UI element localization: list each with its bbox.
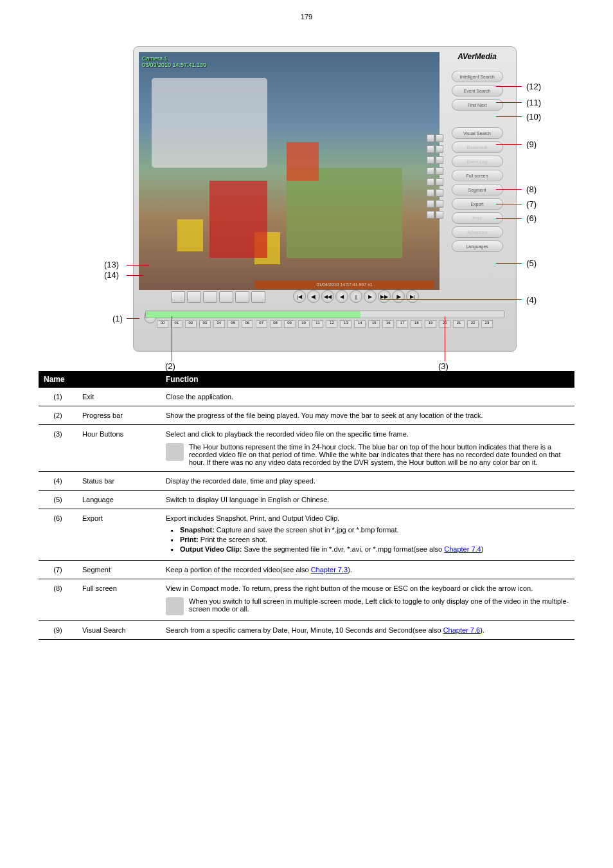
hour-button[interactable]: 06 bbox=[242, 320, 253, 328]
row-function: Search from a specific camera by Date, H… bbox=[161, 621, 574, 640]
row-function: Show the progress of the file being play… bbox=[161, 406, 574, 425]
segment-button[interactable]: Segment bbox=[452, 184, 503, 195]
callout-3: (3) bbox=[438, 361, 449, 371]
split-13-icon[interactable] bbox=[251, 291, 265, 303]
hour-button[interactable]: 07 bbox=[256, 320, 267, 328]
intelligent-search-button[interactable]: Intelligent Search bbox=[452, 71, 503, 82]
row-name: Visual Search bbox=[77, 621, 161, 640]
prev-frame-button[interactable]: ◀| bbox=[307, 290, 320, 303]
row-function: Close the application. bbox=[161, 388, 574, 406]
hour-button[interactable]: 18 bbox=[411, 320, 422, 328]
hour-button[interactable]: 01 bbox=[171, 320, 182, 328]
hour-button[interactable]: 08 bbox=[270, 320, 281, 328]
split-16-icon[interactable] bbox=[219, 291, 233, 303]
row-function: Switch to display UI language in English… bbox=[161, 491, 574, 509]
hour-button[interactable]: 09 bbox=[284, 320, 296, 328]
visual-search-button[interactable]: Visual Search bbox=[452, 127, 503, 139]
callout-4: (4) bbox=[526, 295, 537, 305]
note-icon bbox=[166, 597, 184, 615]
hour-button[interactable]: 00 bbox=[157, 320, 168, 328]
camera-button[interactable] bbox=[427, 156, 434, 164]
hour-button[interactable]: 17 bbox=[396, 320, 408, 328]
full-screen-button[interactable]: Full screen bbox=[452, 170, 503, 181]
camera-button[interactable] bbox=[436, 200, 443, 208]
hour-button[interactable]: 12 bbox=[326, 320, 337, 328]
pause-button[interactable]: || bbox=[350, 290, 362, 303]
callout-8: (8) bbox=[526, 185, 537, 194]
hour-button[interactable]: 23 bbox=[481, 320, 493, 328]
hour-button[interactable]: 10 bbox=[298, 320, 310, 328]
camera-button[interactable] bbox=[436, 167, 443, 175]
camera-grid bbox=[426, 134, 444, 221]
hour-button[interactable]: 16 bbox=[382, 320, 394, 328]
camera-button[interactable] bbox=[427, 167, 434, 175]
hour-button[interactable]: 04 bbox=[213, 320, 225, 328]
bookmark-button[interactable]: Bookmark bbox=[452, 141, 503, 153]
hour-button[interactable]: 03 bbox=[199, 320, 211, 328]
camera-button[interactable] bbox=[427, 189, 434, 197]
chapter-link[interactable]: Chapter 7.6 bbox=[443, 626, 480, 634]
first-frame-button[interactable]: |◀ bbox=[293, 290, 306, 303]
dvr-window: Camera 1 03/09/2010 14:57:41.139 AVerMed… bbox=[133, 46, 517, 352]
advanced-button[interactable]: Advanced bbox=[452, 226, 503, 238]
camera-button[interactable] bbox=[436, 145, 443, 153]
row-function: Export includes Snapshot, Print, and Out… bbox=[161, 509, 574, 561]
callout-1: (1) bbox=[112, 314, 123, 323]
camera-button[interactable] bbox=[436, 178, 443, 186]
camera-button[interactable] bbox=[427, 145, 434, 153]
hour-button[interactable]: 05 bbox=[227, 320, 239, 328]
hour-button[interactable]: 13 bbox=[340, 320, 351, 328]
print-button[interactable]: Print bbox=[452, 212, 503, 224]
languages-button[interactable]: Languages bbox=[452, 240, 503, 252]
play-button[interactable]: ▶ bbox=[364, 290, 377, 303]
row-number: (3) bbox=[39, 425, 77, 472]
hour-button[interactable]: 14 bbox=[354, 320, 366, 328]
camera-button[interactable] bbox=[427, 134, 434, 142]
rewind-button[interactable]: ◀◀ bbox=[321, 290, 334, 303]
hour-button[interactable]: 11 bbox=[312, 320, 323, 328]
chapter-link[interactable]: Chapter 7.4 bbox=[444, 545, 481, 553]
find-next-button[interactable]: Find Next bbox=[452, 99, 503, 111]
table-row: (6)ExportExport includes Snapshot, Print… bbox=[39, 509, 574, 561]
camera-button[interactable] bbox=[436, 156, 443, 164]
split-8-icon[interactable] bbox=[235, 291, 249, 303]
row-function: Display the recorded date, time and play… bbox=[161, 472, 574, 491]
next-frame-button[interactable]: |▶ bbox=[392, 290, 405, 303]
play-reverse-button[interactable]: ◀ bbox=[335, 290, 348, 303]
hour-button[interactable]: 15 bbox=[368, 320, 380, 328]
split-1-icon[interactable] bbox=[171, 291, 185, 303]
note-icon bbox=[166, 443, 184, 461]
chapter-link[interactable]: Chapter 7.3 bbox=[311, 566, 348, 574]
callout-6: (6) bbox=[526, 213, 537, 223]
export-button[interactable]: Export bbox=[452, 198, 503, 210]
last-frame-button[interactable]: ▶| bbox=[406, 290, 419, 303]
list-item: Print: Print the screen shot. bbox=[171, 536, 569, 543]
hour-button[interactable]: 19 bbox=[425, 320, 436, 328]
hour-button[interactable]: 21 bbox=[453, 320, 465, 328]
split-4-icon[interactable] bbox=[187, 291, 201, 303]
camera-button[interactable] bbox=[427, 200, 434, 208]
callout-12: (12) bbox=[526, 82, 541, 91]
row-function: Keep a portion of the recorded video(see… bbox=[161, 561, 574, 579]
camera-button[interactable] bbox=[436, 134, 443, 142]
row-number: (6) bbox=[39, 509, 77, 561]
row-number: (5) bbox=[39, 491, 77, 509]
table-header-function: Function bbox=[161, 371, 574, 388]
camera-button[interactable] bbox=[427, 178, 434, 186]
camera-button[interactable] bbox=[436, 189, 443, 197]
dvr-screenshot: Camera 1 03/09/2010 14:57:41.139 AVerMed… bbox=[82, 46, 531, 352]
fast-forward-button[interactable]: ▶▶ bbox=[378, 290, 391, 303]
camera-button[interactable] bbox=[427, 211, 434, 219]
split-9-icon[interactable] bbox=[203, 291, 217, 303]
event-search-button[interactable]: Event Search bbox=[452, 85, 503, 96]
event-log-button[interactable]: Event Log bbox=[452, 156, 503, 167]
callout-11: (11) bbox=[526, 98, 541, 107]
hour-button[interactable]: 22 bbox=[467, 320, 479, 328]
page-number: 179 bbox=[39, 13, 574, 21]
progress-bar[interactable] bbox=[145, 311, 504, 318]
row-name: Language bbox=[77, 491, 161, 509]
row-name: Export bbox=[77, 509, 161, 561]
callout-2: (2) bbox=[165, 361, 175, 371]
hour-button[interactable]: 02 bbox=[185, 320, 197, 328]
camera-button[interactable] bbox=[436, 211, 443, 219]
